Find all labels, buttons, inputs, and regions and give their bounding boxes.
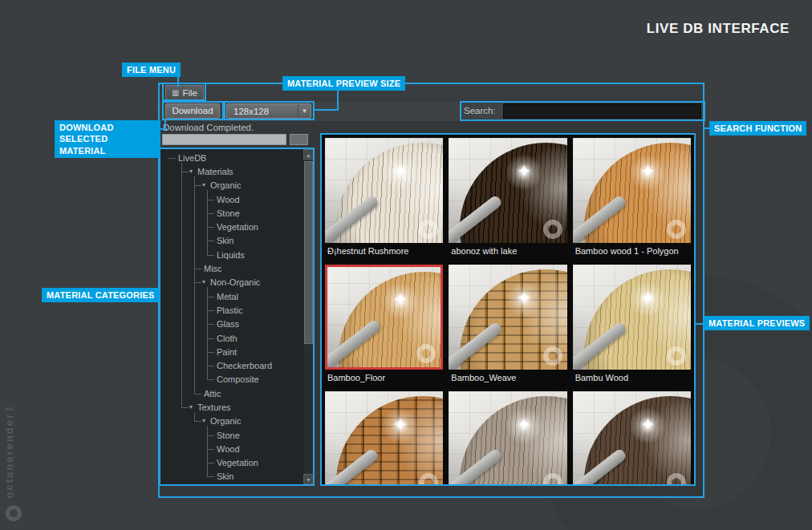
octane-logo-icon (542, 472, 563, 484)
tree-item-label: Glass (217, 319, 239, 329)
material-preview-image (573, 138, 691, 243)
specular-highlight (627, 152, 668, 193)
octane-logo-icon (542, 219, 563, 240)
callout-download-selected-material: DOWNLOAD SELECTED MATERIAL (55, 120, 160, 158)
tree-tick (181, 407, 189, 408)
tree-tick (207, 449, 214, 450)
tree-tick (168, 158, 176, 159)
tree-item-vegetation[interactable]: Vegetation (160, 456, 302, 470)
tree-guide-line (207, 287, 208, 379)
download-status-text: Download Completed. (163, 123, 254, 132)
dropdown-arrow-icon: ▼ (298, 104, 311, 118)
material-name: Bamboo_Weave (449, 370, 566, 386)
tree-item-organic[interactable]: ▾Organic (160, 415, 302, 428)
material-grid: Ð¡hestnut Rushmoreabonoz with lakeBamboo… (322, 135, 694, 484)
specular-highlight (380, 405, 421, 447)
tree-item-label: Liquids (217, 250, 245, 260)
tab-file[interactable]: ▦ File (165, 85, 204, 101)
tree-tick (207, 255, 214, 256)
download-button[interactable]: Download (165, 103, 220, 119)
tree-tick (207, 227, 214, 228)
tree-item-label: Composite (217, 374, 259, 384)
search-input[interactable] (503, 103, 701, 119)
tree-guide-line (194, 412, 195, 421)
file-tab-grid-icon: ▦ (172, 89, 179, 97)
octane-logo-icon (666, 219, 687, 240)
material-name: Bambu Wood (573, 370, 691, 386)
progress-detail-button[interactable] (290, 134, 308, 145)
tree-tick (207, 310, 214, 311)
search-label: Search: (464, 106, 496, 115)
category-tree: LiveDB▾Materials▾OrganicWoodStoneVegetat… (160, 149, 302, 484)
tree-item-label: Plastic (217, 305, 242, 315)
tree-scrollbar[interactable]: ▲ ▼ (302, 149, 313, 484)
tree-item-label: Skin (217, 236, 233, 245)
tree-item-label: Stone (217, 431, 240, 440)
specular-highlight (503, 405, 545, 447)
callout-material-categories: MATERIAL CATEGORIES (42, 288, 160, 302)
annotation-line (177, 76, 179, 87)
tree-tick (207, 338, 214, 339)
tree-tick (207, 297, 214, 297)
octane-logo-icon (418, 472, 439, 484)
material-cell[interactable]: Bamboo wood 1 - Polygon (573, 138, 691, 259)
tree-item-stone[interactable]: Stone (160, 428, 302, 442)
tree-expander-icon[interactable]: ▾ (202, 278, 205, 285)
material-cell[interactable] (573, 391, 691, 484)
material-preview-image (449, 138, 566, 243)
tree-expander-icon[interactable]: ▾ (189, 403, 193, 411)
material-name: Bamboo wood 1 - Polygon (573, 243, 691, 259)
tree-item-label: Misc (204, 264, 222, 273)
material-cell[interactable]: Bambu Wood (573, 265, 691, 386)
callout-material-previews: MATERIAL PREVIEWS (704, 316, 810, 330)
tree-guide-line (194, 176, 195, 394)
material-preview-image (449, 391, 566, 484)
tree-tick (194, 282, 201, 283)
tree-item-label: Organic (210, 416, 242, 426)
octane-watermark-logo-icon (5, 504, 22, 522)
file-tab-label: File (182, 88, 197, 98)
annotation-line (314, 109, 339, 111)
tree-item-label: Attic (204, 389, 221, 399)
octane-logo-icon (416, 343, 436, 364)
tree-guide-line (207, 190, 208, 254)
material-cell[interactable]: abonoz with lake (449, 138, 566, 259)
specular-highlight (627, 278, 668, 320)
material-name: Ð¡hestnut Rushmore (325, 243, 443, 259)
callout-search-function: SEARCH FUNCTION (709, 121, 806, 136)
tree-expander-icon[interactable]: ▾ (202, 181, 205, 188)
scroll-up-icon[interactable]: ▲ (303, 149, 314, 160)
material-preview-image (325, 265, 443, 370)
live-db-screenshot: LIVE DB INTERFACE octanerender™ ▦ File D… (0, 0, 812, 530)
material-cell[interactable]: Ð¡hestnut Rushmore (325, 138, 443, 259)
tree-item-skin[interactable]: Skin (160, 470, 302, 483)
tree-tick (194, 185, 201, 186)
tree-expander-icon[interactable]: ▾ (189, 168, 193, 175)
tree-tick (194, 394, 201, 394)
octanerender-watermark: octanerender™ (3, 399, 15, 498)
material-cell[interactable] (449, 391, 566, 484)
tree-tick (207, 379, 214, 380)
tree-tick (207, 463, 214, 463)
specular-highlight (503, 278, 545, 320)
tree-item-label: Paint (217, 347, 237, 357)
octane-logo-icon (542, 346, 563, 366)
annotation-line (164, 119, 166, 130)
tree-expander-icon[interactable]: ▾ (202, 417, 205, 424)
material-cell[interactable]: Bamboo_Weave (449, 265, 566, 386)
callout-material-preview-size: MATERIAL PREVIEW SIZE (282, 76, 405, 91)
tree-item-label: Vegetation (217, 458, 258, 467)
material-preview-image (449, 265, 566, 370)
tab-strip (160, 84, 703, 102)
material-name: Bamboo_Floor (325, 370, 443, 386)
tree-tick (207, 352, 214, 353)
tree-item-label: Materials (197, 167, 233, 176)
scrollbar-thumb[interactable] (304, 161, 313, 344)
scroll-down-icon[interactable]: ▼ (303, 474, 314, 484)
material-cell[interactable] (325, 391, 443, 484)
tree-item-wood[interactable]: Wood (160, 442, 302, 455)
material-cell[interactable]: Bamboo_Floor (325, 265, 443, 386)
specular-highlight (627, 405, 668, 447)
tree-tick (207, 366, 214, 366)
preview-size-dropdown[interactable]: 128x128 ▼ (226, 103, 311, 119)
